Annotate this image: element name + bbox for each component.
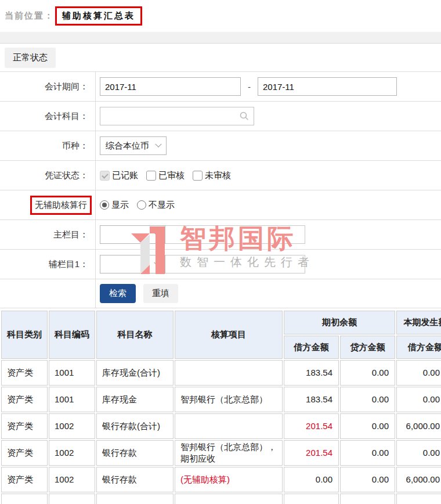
chevron-down-icon [155, 141, 161, 147]
col-header-category: 科目类别 [1, 311, 48, 359]
period-from-input[interactable] [100, 77, 241, 96]
subject-input-wrap [100, 107, 254, 125]
status-tab-normal[interactable]: 正常状态 [5, 48, 56, 68]
table-cell: 1001 [49, 360, 95, 386]
search-button[interactable]: 检索 [100, 284, 136, 303]
table-cell: 0.00 [340, 387, 395, 412]
table-cell: 银行存款 [96, 467, 173, 492]
table-cell: 1002 [49, 467, 95, 492]
table-cell [175, 360, 283, 386]
table-cell: 库存现金 [96, 387, 173, 412]
table-row: 资产类1002银行存款(合计)201.540.006,000.00 [1, 413, 441, 439]
form-row-period: 会计期间： - [0, 71, 441, 101]
table-cell: (无辅助核算) [175, 467, 283, 492]
checkbox-icon [146, 171, 156, 181]
table-cell: 201.54 [284, 440, 339, 466]
aux-column1-value-box[interactable] [165, 255, 305, 273]
table-cell: 0.00 [396, 387, 441, 412]
main-column-value-box[interactable] [165, 225, 305, 244]
table-cell: 1002 [49, 413, 95, 439]
table-cell [396, 494, 441, 504]
table-cell: 1002 [49, 440, 95, 466]
voucher-status-checkbox-group: 已记账已审核未审核 [100, 170, 239, 181]
form-row-voucher-status: 凭证状态： 已记账已审核未审核 [0, 160, 441, 190]
table-cell: 0.00 [340, 467, 395, 492]
main-column-select[interactable] [100, 225, 165, 244]
main-column-label: 主栏目： [0, 220, 96, 249]
table-cell: 0.00 [396, 440, 441, 466]
table-cell: 0.00 [396, 360, 441, 386]
col-header-opening-balance: 期初余额 [284, 311, 395, 334]
voucher-checkbox-2[interactable]: 未审核 [193, 170, 231, 181]
breadcrumb-bar: 当前位置： 辅助核算汇总表 [0, 0, 441, 32]
checkbox-label: 已审核 [158, 170, 185, 181]
table-cell: 资产类 [1, 387, 48, 412]
currency-select[interactable]: 综合本位币 [100, 136, 167, 155]
table-cell: 183.54 [284, 387, 339, 412]
col-header-item: 核算项目 [175, 311, 283, 359]
col-header-opening-debit: 借方金额 [284, 336, 339, 359]
col-header-opening-credit: 贷方金额 [340, 336, 395, 359]
table-cell: 201.54 [284, 413, 339, 439]
form-row-no-aux: 无辅助核算行 显示不显示 [0, 190, 441, 219]
form-row-currency: 币种： 综合本位币 [0, 131, 441, 160]
form-row-aux-column1: 辅栏目1： [0, 249, 441, 279]
table-cell: 资产类 [1, 360, 48, 386]
subject-input[interactable] [100, 107, 240, 125]
radio-icon [100, 200, 109, 210]
checkbox-label: 未审核 [205, 170, 231, 181]
table-cell: 0.00 [340, 413, 395, 439]
checkbox-icon [193, 171, 203, 181]
checkbox-icon [100, 171, 110, 181]
radio-label: 显示 [111, 200, 129, 211]
no-aux-radio-0[interactable]: 显示 [100, 200, 129, 211]
table-cell: 库存现金(合计) [96, 360, 173, 386]
table-cell: 183.54 [284, 360, 339, 386]
table-cell [96, 494, 173, 504]
table-row: 资产类1001库存现金(合计)183.540.000.00 [1, 360, 441, 386]
breadcrumb-label: 当前位置： [5, 10, 54, 21]
divider-band [0, 32, 441, 44]
table-cell [340, 494, 395, 504]
checkbox-label: 已记账 [112, 170, 138, 181]
table-cell: 6,000.00 [396, 467, 441, 492]
table-cell: 智邦银行（北京总部） [175, 387, 283, 412]
table-cell [49, 494, 95, 504]
aux-column1-select[interactable] [100, 255, 165, 273]
no-aux-radio-1[interactable]: 不显示 [137, 200, 175, 211]
report-table-container: 科目类别 科目编码 科目名称 核算项目 期初余额 本期发生额 借方金额 贷方金额… [0, 309, 441, 504]
subject-label: 会计科目： [0, 102, 96, 131]
table-cell: 1001 [49, 387, 95, 412]
status-bar: 正常状态 [0, 44, 441, 71]
filter-form: 会计期间： - 会计科目： 币种： [0, 71, 441, 308]
col-header-code: 科目编码 [49, 311, 95, 359]
col-header-current-debit: 借方金额 [396, 336, 441, 359]
radio-label: 不显示 [149, 200, 175, 211]
voucher-checkbox-0[interactable]: 已记账 [100, 170, 138, 181]
table-row: 资产类1002银行存款智邦银行（北京总部），期初应收201.540.000.00 [1, 440, 441, 466]
period-label: 会计期间： [0, 72, 96, 101]
currency-value: 综合本位币 [106, 141, 149, 152]
currency-label: 币种： [0, 131, 96, 160]
page-title: 辅助核算汇总表 [55, 6, 142, 26]
form-row-main-column: 主栏目： [0, 219, 441, 249]
report-table: 科目类别 科目编码 科目名称 核算项目 期初余额 本期发生额 借方金额 贷方金额… [0, 309, 441, 504]
period-to-input[interactable] [258, 77, 397, 96]
table-row: 资产类1001库存现金智邦银行（北京总部）183.540.000.00 [1, 387, 441, 412]
no-aux-label: 无辅助核算行 [30, 196, 92, 215]
chevron-down-icon [154, 230, 160, 236]
voucher-checkbox-1[interactable]: 已审核 [146, 170, 185, 181]
table-cell: 6,000.00 [396, 413, 441, 439]
search-icon[interactable] [240, 111, 249, 121]
table-cell: 0.00 [340, 440, 395, 466]
table-cell: 0.00 [340, 360, 395, 386]
table-cell [175, 413, 283, 439]
col-header-name: 科目名称 [96, 311, 173, 359]
table-cell: 资产类 [1, 413, 48, 439]
table-cell: 0.00 [284, 467, 339, 492]
table-cell: 智邦银行（北京总部），期初应收 [175, 440, 283, 466]
reset-button[interactable]: 重填 [143, 284, 178, 303]
table-cell [284, 494, 339, 504]
table-row: 资产类1002银行存款(无辅助核算)0.000.006,000.00 [1, 467, 441, 492]
table-cell: 资产类 [1, 467, 48, 492]
